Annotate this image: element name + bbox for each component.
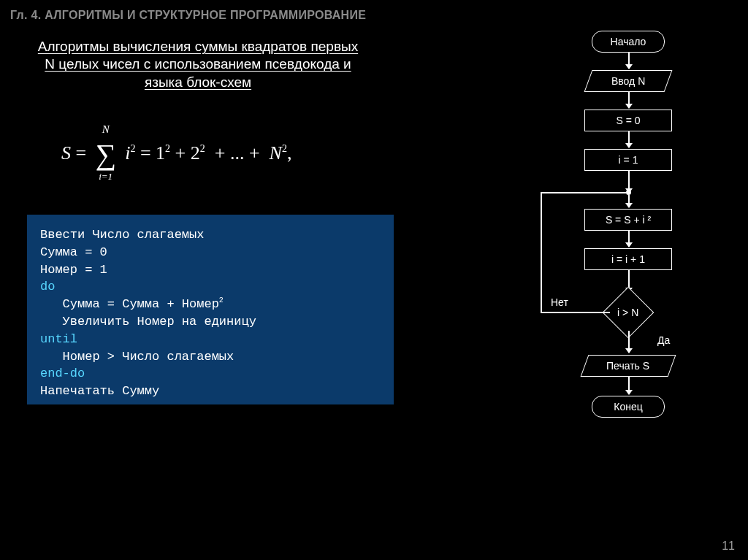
flow-arrow	[628, 195, 630, 207]
code-line: Сумма = Сумма + Номер2	[40, 297, 224, 311]
code-line: Напечатать Сумму	[40, 384, 159, 398]
page-number: 11	[722, 540, 735, 553]
flow-arrow	[628, 231, 630, 247]
code-line: Номер = 1	[40, 263, 107, 277]
code-line: Ввести Число слагаемых	[40, 228, 204, 242]
flow-i1: i = 1	[584, 149, 672, 171]
flow-arrow	[628, 331, 630, 353]
pseudocode-box: Ввести Число слагаемых Сумма = 0 Номер =…	[27, 215, 394, 404]
flow-start: Начало	[592, 31, 665, 53]
title-line: N целых чисел с использованием псевдокод…	[45, 56, 351, 72]
code-keyword: end-do	[40, 367, 85, 380]
code-keyword: do	[40, 280, 55, 294]
flow-label-yes: Да	[657, 334, 670, 346]
code-line: Номер > Число слагаемых	[40, 350, 234, 364]
flow-junction	[626, 190, 631, 195]
flow-print: Печать S	[581, 355, 676, 377]
flow-iinc: i = i + 1	[584, 248, 672, 270]
flow-input: Ввод N	[584, 70, 673, 92]
code-line: Сумма = 0	[40, 245, 107, 259]
flow-arrow	[628, 377, 630, 394]
slide-title: Алгоритмы вычисления суммы квадратов пер…	[26, 38, 370, 91]
code-line: Увеличить Номер на единицу	[40, 315, 256, 329]
code-keyword: until	[40, 332, 77, 346]
flow-arrow	[541, 192, 626, 193]
flow-arrow	[628, 53, 630, 69]
flow-arrow	[628, 131, 630, 147]
flow-arrow	[628, 92, 630, 108]
flow-arrow	[541, 312, 610, 313]
flow-label-no: Нет	[551, 296, 568, 308]
math-formula: S = N ∑ i=1 i2 = 12 + 22 + ... + N2,	[61, 140, 291, 169]
flowchart: Начало Ввод N S = 0 i = 1 S = S + i ² i …	[511, 28, 730, 539]
flow-s0: S = 0	[584, 110, 672, 131]
flow-arrow	[541, 192, 542, 312]
title-line: языка блок-схем	[145, 74, 251, 90]
flow-ssi: S = S + i ²	[584, 209, 672, 231]
chapter-header: Гл. 4. АЛГОРИТМЫ И СТРУКТУРНОЕ ПРОГРАММИ…	[10, 9, 366, 22]
flow-end: Конец	[592, 396, 665, 418]
title-line: Алгоритмы вычисления суммы квадратов пер…	[38, 39, 358, 54]
